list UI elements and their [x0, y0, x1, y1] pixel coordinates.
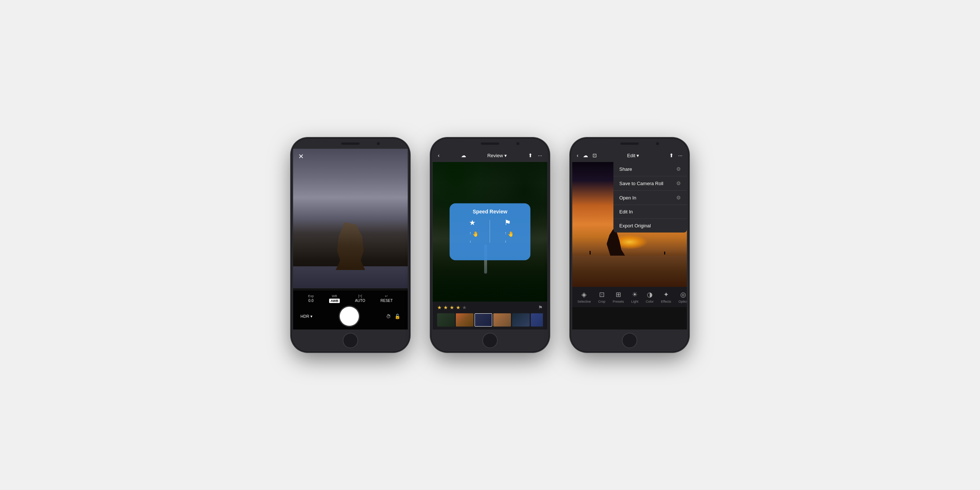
light-icon: ☀: [632, 291, 638, 299]
selective-icon: ◈: [581, 291, 587, 299]
toolbar-item-crop[interactable]: ⊡ Crop: [595, 291, 609, 304]
phone-1-camera: ✕ Exp 0.0 WB AWB [+] AUTO: [292, 138, 409, 352]
phone-1-front-camera: [377, 142, 380, 145]
close-button[interactable]: ✕: [298, 153, 304, 161]
menu-share-label: Share: [619, 166, 632, 172]
color-icon: ◑: [647, 291, 653, 299]
svg-text:↓: ↓: [469, 239, 471, 243]
edit-topbar: ‹ ☁ ⊡ Edit ▾ ⬆ ···: [572, 149, 687, 162]
phone-2-screen: ‹ ☁ Review ▾ ⬆ ··· Speed Review: [433, 149, 547, 329]
more-icon[interactable]: ···: [538, 153, 542, 158]
phone-2-front-camera: [517, 142, 519, 145]
stars-row: ★ ★ ★ ★ ★ ⚑: [437, 304, 543, 310]
flag-rating-icon: ⚑: [504, 218, 511, 227]
exp-value: 0.0: [309, 299, 314, 303]
review-title: Review ▾: [487, 153, 507, 158]
phone-1-home-button[interactable]: [343, 333, 358, 348]
edit-layout-icon[interactable]: ⊡: [592, 153, 597, 158]
effects-icon: ✦: [663, 291, 669, 299]
toolbar-item-selective[interactable]: ◈ Selective: [574, 291, 595, 304]
menu-item-edit-in[interactable]: Edit In: [613, 205, 687, 219]
star-1: ★: [437, 304, 442, 310]
wb-value: AWB: [329, 299, 340, 303]
toolbar-item-presets[interactable]: ⊞ Presets: [609, 291, 628, 304]
hdr-arrow: ▾: [310, 314, 313, 319]
camera-top-controls: Exp 0.0 WB AWB [+] AUTO ↩ RESET: [293, 294, 408, 303]
thumb-6[interactable]: [531, 313, 543, 326]
shutter-button[interactable]: [340, 307, 359, 326]
toolbar-item-light[interactable]: ☀ Light: [628, 291, 643, 304]
svg-text:↑: ↑: [469, 231, 471, 235]
phone-2-review: ‹ ☁ Review ▾ ⬆ ··· Speed Review: [431, 138, 549, 352]
phones-container: ✕ Exp 0.0 WB AWB [+] AUTO: [292, 138, 688, 352]
review-icons: ⬆ ···: [528, 153, 542, 158]
star-rating[interactable]: ★ ★ ★ ★ ★: [437, 304, 467, 310]
thumb-1[interactable]: [437, 313, 455, 326]
menu-save-gear: ⚙: [676, 180, 681, 186]
presets-icon: ⊞: [616, 291, 621, 299]
thumb-4[interactable]: [493, 313, 511, 326]
camera-bottom-controls: HDR ▾ ⏱ 🔓: [293, 307, 408, 326]
thumb-3-selected[interactable]: [474, 313, 492, 326]
reset-control[interactable]: ↩ RESET: [380, 294, 393, 303]
menu-share-gear: ⚙: [676, 166, 681, 172]
star-2: ★: [443, 304, 448, 310]
exposure-control[interactable]: Exp 0.0: [308, 294, 314, 303]
menu-openin-gear: ⚙: [676, 195, 681, 200]
bracket-value: AUTO: [355, 299, 366, 303]
toolbar-item-optics[interactable]: ◎ Optics: [675, 291, 687, 304]
menu-save-label: Save to Camera Roll: [619, 181, 663, 186]
star-rating-icon: ★: [469, 218, 476, 227]
phone-2-home-button[interactable]: [482, 333, 498, 348]
edit-title-arrow: ▾: [636, 153, 639, 158]
crop-icon: ⊡: [599, 291, 605, 299]
bracket-control[interactable]: [+] AUTO: [355, 294, 366, 303]
speed-panel-star[interactable]: ★ ↑ 🤚 ↓: [455, 218, 490, 245]
optics-icon: ◎: [680, 291, 686, 299]
lock-icon[interactable]: 🔓: [395, 314, 400, 319]
edit-right-icons: ⬆ ···: [669, 153, 682, 158]
edit-share-icon[interactable]: ⬆: [669, 153, 674, 158]
phone-3-speaker: [620, 143, 639, 145]
menu-editin-label: Edit In: [619, 209, 633, 215]
edit-title-text: Edit: [627, 153, 635, 158]
thumb-5[interactable]: [512, 313, 530, 326]
edit-back-button[interactable]: ‹: [577, 153, 579, 158]
camera-viewfinder: ✕: [293, 149, 408, 288]
optics-label: Optics: [678, 300, 687, 304]
phone-2-bottom: [431, 329, 549, 352]
menu-item-export[interactable]: Export Original: [613, 219, 687, 232]
speed-panel-flag[interactable]: ⚑ ↑ 🤚 ↓: [490, 218, 525, 245]
color-label: Color: [646, 300, 654, 304]
toolbar-item-effects[interactable]: ✦ Effects: [657, 291, 675, 304]
camera-right-icons: ⏱ 🔓: [386, 314, 400, 319]
bracket-label: [+]: [358, 294, 362, 298]
review-photo: Speed Review ★ ↑ 🤚 ↓ ⚑: [433, 162, 547, 302]
thumb-2[interactable]: [456, 313, 474, 326]
phone-1-top: [292, 138, 409, 149]
phone-3-home-button[interactable]: [622, 333, 637, 348]
timer-icon[interactable]: ⏱: [386, 314, 391, 319]
menu-export-label: Export Original: [619, 223, 651, 229]
hdr-label: HDR: [301, 314, 309, 318]
edit-cloud-icon[interactable]: ☁: [583, 153, 588, 158]
edit-more-icon[interactable]: ···: [678, 153, 682, 158]
toolbar-item-color[interactable]: ◑ Color: [642, 291, 657, 304]
share-icon[interactable]: ⬆: [528, 153, 533, 158]
camera-controls: Exp 0.0 WB AWB [+] AUTO ↩ RESET: [293, 291, 408, 329]
wb-control[interactable]: WB AWB: [329, 294, 340, 303]
menu-item-open-in[interactable]: Open In ⚙: [613, 191, 687, 205]
back-button[interactable]: ‹: [438, 153, 440, 158]
menu-item-share[interactable]: Share ⚙: [613, 162, 687, 176]
wb-label: WB: [332, 294, 337, 298]
menu-item-save[interactable]: Save to Camera Roll ⚙: [613, 176, 687, 191]
flag-button[interactable]: ⚑: [538, 304, 543, 310]
light-label: Light: [632, 300, 639, 304]
edit-left-icons: ‹ ☁ ⊡: [577, 153, 597, 158]
edit-dropdown-menu: Share ⚙ Save to Camera Roll ⚙ Open In ⚙ …: [613, 162, 687, 232]
thumbnails-strip: [437, 313, 543, 326]
exp-label: Exp: [308, 294, 314, 298]
hdr-button[interactable]: HDR ▾: [301, 314, 313, 319]
svg-text:🤚: 🤚: [508, 231, 514, 237]
cloud-icon[interactable]: ☁: [461, 153, 466, 158]
